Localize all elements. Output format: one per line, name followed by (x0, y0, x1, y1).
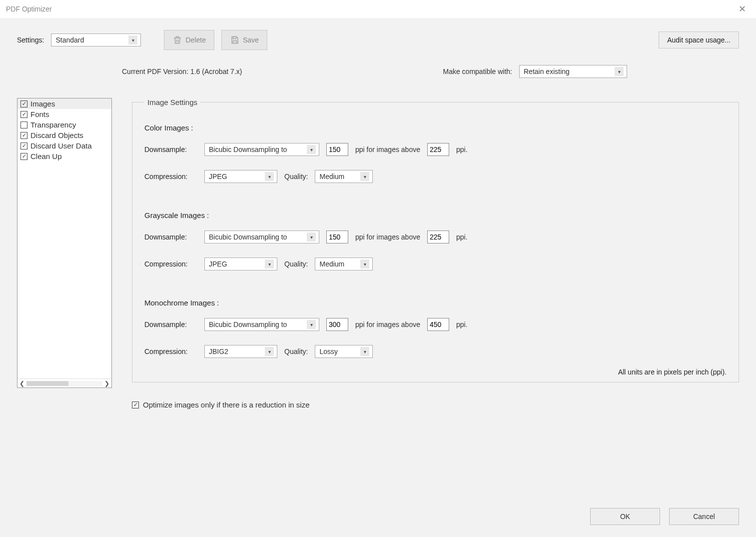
panel-legend: Image Settings (144, 98, 200, 106)
color-above-input[interactable] (427, 143, 449, 156)
sidebar-item-discard-user-data[interactable]: ✓Discard User Data (17, 140, 111, 151)
checkbox[interactable]: ✓ (20, 100, 27, 108)
checkbox[interactable]: ✓ (20, 132, 27, 139)
quality-label: Quality: (284, 260, 308, 268)
scroll-left-icon[interactable]: ❮ (19, 380, 24, 387)
ppi-unit: ppi. (456, 320, 468, 328)
category-sidebar: ✓Images✓FontsTransparency✓Discard Object… (17, 98, 112, 388)
gray-ppi-input[interactable] (326, 230, 348, 244)
mono-downsample-row: Downsample: Bicubic Downsampling to ▾ pp… (144, 318, 727, 331)
above-label: ppi for images above (355, 320, 420, 328)
gray-downsample-row: Downsample: Bicubic Downsampling to ▾ pp… (144, 230, 727, 244)
gray-above-input[interactable] (427, 230, 449, 244)
gray-compression-row: Compression: JPEG ▾ Quality: Medium ▾ (144, 258, 727, 270)
sidebar-item-label: Clean Up (30, 152, 62, 160)
cancel-button[interactable]: Cancel (669, 508, 739, 525)
save-icon (230, 35, 240, 45)
checkbox[interactable]: ✓ (20, 153, 27, 160)
sidebar-item-fonts[interactable]: ✓Fonts (17, 109, 111, 120)
mono-downsample-select[interactable]: Bicubic Downsampling to ▾ (204, 318, 319, 331)
sidebar-item-discard-objects[interactable]: ✓Discard Objects (17, 130, 111, 140)
chevron-down-icon: ▾ (307, 232, 316, 242)
sidebar-item-transparency[interactable]: Transparency (17, 120, 111, 130)
sidebar-item-label: Discard Objects (30, 131, 83, 140)
gray-downsample-select[interactable]: Bicubic Downsampling to ▾ (204, 230, 319, 244)
sidebar-item-label: Discard User Data (30, 142, 92, 150)
mono-heading: Monochrome Images : (144, 298, 727, 307)
mono-quality-select[interactable]: Lossy ▾ (315, 345, 373, 358)
chevron-down-icon: ▾ (265, 347, 274, 356)
save-button[interactable]: Save (221, 30, 267, 50)
checkbox[interactable]: ✓ (20, 142, 27, 150)
scroll-track[interactable] (26, 381, 102, 386)
compat-value: Retain existing (524, 68, 570, 76)
color-heading: Color Images : (144, 124, 727, 132)
above-label: ppi for images above (355, 233, 420, 241)
optimize-checkbox-label: Optimize images only if there is a reduc… (143, 400, 309, 409)
settings-label: Settings: (17, 36, 44, 44)
chevron-down-icon: ▾ (128, 36, 137, 44)
quality-label: Quality: (284, 348, 308, 356)
sidebar-item-label: Fonts (30, 110, 49, 118)
dialog-body: Settings: Standard ▾ Delete Save Audit s… (0, 18, 756, 537)
compression-label: Compression: (144, 348, 197, 356)
sidebar-item-label: Images (30, 100, 55, 108)
optimize-only-if-reduction-row: ✓ Optimize images only if there is a red… (132, 400, 739, 409)
content-area: ✓Images✓FontsTransparency✓Discard Object… (17, 98, 739, 409)
save-label: Save (243, 36, 259, 44)
chevron-down-icon: ▾ (307, 145, 316, 154)
delete-label: Delete (185, 36, 205, 44)
downsample-label: Downsample: (144, 233, 197, 241)
main-panel: Image Settings Color Images : Downsample… (132, 98, 739, 409)
version-row: Current PDF Version: 1.6 (Acrobat 7.x) M… (17, 65, 739, 78)
checkbox[interactable] (20, 122, 27, 128)
gray-compression-select[interactable]: JPEG ▾ (204, 258, 277, 270)
compat-label: Make compatible with: (443, 68, 512, 76)
downsample-label: Downsample: (144, 146, 197, 154)
color-compression-select[interactable]: JPEG ▾ (204, 170, 277, 183)
compat-select[interactable]: Retain existing ▾ (519, 65, 627, 78)
mono-compression-select[interactable]: JBIG2 ▾ (204, 345, 277, 358)
delete-button[interactable]: Delete (164, 30, 214, 50)
audit-space-button[interactable]: Audit space usage... (659, 32, 739, 48)
gray-heading: Grayscale Images : (144, 211, 727, 220)
chevron-down-icon: ▾ (265, 172, 274, 181)
close-icon[interactable]: ✕ (735, 2, 750, 16)
audit-label: Audit space usage... (667, 36, 731, 44)
sidebar-item-clean-up[interactable]: ✓Clean Up (17, 151, 111, 162)
mono-above-input[interactable] (427, 318, 449, 331)
checkbox[interactable]: ✓ (20, 111, 27, 118)
color-compression-row: Compression: JPEG ▾ Quality: Medium ▾ (144, 170, 727, 183)
scroll-thumb[interactable] (26, 381, 68, 386)
current-version-text: Current PDF Version: 1.6 (Acrobat 7.x) (122, 68, 242, 76)
category-list: ✓Images✓FontsTransparency✓Discard Object… (17, 98, 111, 378)
color-downsample-select[interactable]: Bicubic Downsampling to ▾ (204, 143, 319, 156)
optimize-checkbox[interactable]: ✓ (132, 402, 139, 408)
window-title: PDF Optimizer (6, 5, 52, 13)
quality-label: Quality: (284, 172, 308, 180)
gray-quality-select[interactable]: Medium ▾ (315, 258, 373, 270)
settings-row: Settings: Standard ▾ Delete Save Audit s… (17, 30, 739, 50)
image-settings-fieldset: Image Settings Color Images : Downsample… (132, 98, 739, 382)
sidebar-scrollbar[interactable]: ❮ ❯ (17, 378, 111, 388)
sidebar-item-images[interactable]: ✓Images (17, 98, 111, 109)
above-label: ppi for images above (355, 146, 420, 154)
mono-compression-row: Compression: JBIG2 ▾ Quality: Lossy ▾ (144, 345, 727, 358)
units-note: All units are in pixels per inch (ppi). (144, 368, 727, 376)
titlebar: PDF Optimizer ✕ (0, 0, 756, 18)
ppi-unit: ppi. (456, 233, 468, 241)
chevron-down-icon: ▾ (265, 260, 274, 268)
color-quality-select[interactable]: Medium ▾ (315, 170, 373, 183)
settings-value: Standard (55, 36, 84, 44)
mono-ppi-input[interactable] (326, 318, 348, 331)
compression-label: Compression: (144, 260, 197, 268)
settings-select[interactable]: Standard ▾ (51, 34, 141, 46)
scroll-right-icon[interactable]: ❯ (104, 380, 109, 387)
trash-icon (172, 35, 182, 45)
color-ppi-input[interactable] (326, 143, 348, 156)
chevron-down-icon: ▾ (615, 67, 624, 76)
sidebar-item-label: Transparency (30, 120, 76, 129)
chevron-down-icon: ▾ (360, 347, 369, 356)
chevron-down-icon: ▾ (360, 260, 369, 268)
ok-button[interactable]: OK (590, 508, 660, 525)
